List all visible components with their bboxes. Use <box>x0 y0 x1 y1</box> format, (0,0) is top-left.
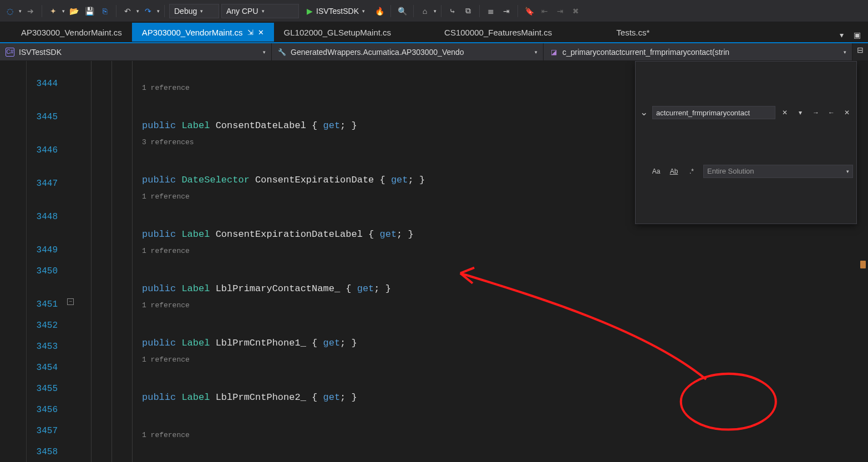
project-combo[interactable]: C# ISVTestSDK ▾ <box>0 43 272 60</box>
scrollbar-marker[interactable] <box>860 261 866 268</box>
outdent-icon[interactable]: ⇥ <box>500 4 513 18</box>
close-icon[interactable]: ✕ <box>258 28 264 37</box>
find-options-caret[interactable]: ▾ <box>794 106 806 119</box>
find-close-icon[interactable]: ✕ <box>779 106 791 119</box>
find-panel: ⌄ ✕ ▾ → ← ✕ Aa Ab .* Entire Solution ▾ <box>635 61 857 224</box>
document-tab[interactable]: CS100000_FeaturesMaint.cs <box>434 23 562 42</box>
code-area[interactable]: 1 reference public Label ConsentDateLabe… <box>142 61 868 462</box>
find-panel-close-icon[interactable]: ✕ <box>841 106 853 119</box>
next-bookmark-icon[interactable]: ⇥ <box>554 4 567 18</box>
undo-icon[interactable]: ↶ <box>121 4 134 18</box>
class-icon: 🔧 <box>277 48 286 57</box>
codelens[interactable]: 1 reference <box>142 299 868 312</box>
start-label: ISVTestSDK <box>316 7 359 16</box>
tab-label: AP303000_VendorMaint.cs <box>21 28 122 37</box>
line-number: 3446 <box>27 140 58 161</box>
line-number-gutter: 3444 3445 3446 3447 3448 3449 3450 3451 … <box>27 61 65 462</box>
document-tab-strip: AP303000_VendorMaint.cs AP303000_VendorM… <box>0 22 868 42</box>
type-name: GeneratedWrappers.Acumatica.AP303000_Ven… <box>291 48 464 57</box>
redo-icon[interactable]: ↷ <box>141 4 155 18</box>
line-number: 3447 <box>27 173 58 194</box>
expand-replace-toggle[interactable]: ⌄ <box>639 102 649 123</box>
config-value: Debug <box>174 7 197 16</box>
codelens[interactable]: 1 reference <box>142 429 868 441</box>
tab-label: Tests.cs* <box>616 28 649 37</box>
platform-combo[interactable]: Any CPU ▾ <box>221 4 299 18</box>
find-input[interactable] <box>652 106 775 119</box>
chevron-down-icon: ▾ <box>846 161 849 182</box>
new-item-caret[interactable]: ▾ <box>62 8 65 14</box>
outlining-margin[interactable]: − <box>65 61 81 462</box>
hot-reload-icon[interactable]: 🔥 <box>373 4 386 18</box>
nav-back-button[interactable]: ◌ <box>3 4 17 18</box>
codelens[interactable]: 1 reference <box>142 354 868 366</box>
separator <box>479 5 480 17</box>
regex-icon[interactable]: .* <box>686 165 698 177</box>
find-in-files-icon[interactable]: 🔍 <box>395 4 409 18</box>
separator <box>116 5 116 17</box>
line-number: 3453 <box>27 336 58 357</box>
line-number: 3444 <box>27 73 58 94</box>
tab-label: AP303000_VendorMaint.cs <box>142 28 243 37</box>
line-number: 3455 <box>27 378 58 399</box>
separator <box>441 5 441 17</box>
document-tab-active[interactable]: AP303000_VendorMaint.cs ⇲ ✕ <box>132 23 274 42</box>
separator <box>42 5 42 17</box>
whole-word-icon[interactable]: Ab <box>668 165 680 177</box>
browser-link-icon[interactable]: ⌂ <box>418 4 432 18</box>
undo-caret[interactable]: ▾ <box>136 8 139 14</box>
document-tab[interactable]: Tests.cs* <box>606 23 659 42</box>
open-icon[interactable]: 📂 <box>67 4 80 18</box>
browser-link-caret[interactable]: ▾ <box>434 8 436 14</box>
pin-icon[interactable]: ⇲ <box>247 28 253 37</box>
chevron-down-icon: ▾ <box>844 49 846 55</box>
find-next-icon[interactable]: → <box>810 106 822 119</box>
step-icon[interactable]: ⤷ <box>446 4 459 18</box>
start-debug-button[interactable]: ▶ ISVTestSDK ▾ <box>301 4 370 18</box>
project-name: ISVTestSDK <box>19 48 62 57</box>
code-editor[interactable]: 3444 3445 3446 3447 3448 3449 3450 3451 … <box>0 61 868 462</box>
fold-toggle-icon[interactable]: − <box>67 298 74 305</box>
find-scope-label: Entire Solution <box>707 161 754 182</box>
find-prev-icon[interactable]: ← <box>825 106 837 119</box>
method-icon: ◪ <box>549 48 558 57</box>
csharp-icon: C# <box>6 48 14 57</box>
prev-bookmark-icon[interactable]: ⇤ <box>538 4 551 18</box>
config-combo[interactable]: Debug ▾ <box>169 4 219 18</box>
tab-label: GL102000_GLSetupMaint.cs <box>284 28 391 37</box>
separator <box>413 5 414 17</box>
split-editor-icon[interactable]: ⊟ <box>852 43 868 57</box>
nav-forward-button[interactable]: ➔ <box>24 4 37 18</box>
line-number: 3454 <box>27 357 58 378</box>
redo-caret[interactable]: ▾ <box>157 8 160 14</box>
navigation-bar: C# ISVTestSDK ▾ 🔧 GeneratedWrappers.Acum… <box>0 43 868 61</box>
tab-overflow-icon[interactable]: ▾ <box>835 28 848 42</box>
separator <box>164 5 165 17</box>
match-case-icon[interactable]: Aa <box>650 165 662 177</box>
type-combo[interactable]: 🔧 GeneratedWrappers.Acumatica.AP303000_V… <box>272 43 544 60</box>
indent-icon[interactable]: ≣ <box>484 4 498 18</box>
line-number: 3452 <box>27 315 58 336</box>
line-number: 3451 <box>27 294 58 315</box>
save-all-icon[interactable]: ⎘ <box>98 4 111 18</box>
main-toolbar: ◌ ▾ ➔ ✦ ▾ 📂 💾 ⎘ ↶ ▾ ↷ ▾ Debug ▾ Any CPU … <box>0 0 868 22</box>
new-item-icon[interactable]: ✦ <box>47 4 60 18</box>
separator <box>517 5 518 17</box>
tab-label: CS100000_FeaturesMaint.cs <box>444 28 552 37</box>
indent-guides <box>81 61 142 462</box>
platform-value: Any CPU <box>226 7 258 16</box>
document-tab[interactable]: GL102000_GLSetupMaint.cs <box>274 23 401 42</box>
document-tab[interactable]: AP303000_VendorMaint.cs <box>11 23 132 42</box>
codelens[interactable]: 1 reference <box>142 245 868 257</box>
save-icon[interactable]: 💾 <box>83 4 96 18</box>
chevron-down-icon: ▾ <box>262 8 265 14</box>
bookmark-icon[interactable]: 🔖 <box>522 4 536 18</box>
nav-back-caret[interactable]: ▾ <box>19 8 22 14</box>
clear-bookmarks-icon[interactable]: ✖ <box>569 4 582 18</box>
line-number: 3450 <box>27 261 58 282</box>
layout-icon[interactable]: ⧉ <box>461 4 475 18</box>
breakpoint-margin[interactable] <box>0 61 27 462</box>
find-scope-combo[interactable]: Entire Solution ▾ <box>703 165 853 178</box>
tab-dock-icon[interactable]: ▣ <box>850 28 864 42</box>
member-combo[interactable]: ◪ c_primarycontactcurrent_frmprimarycont… <box>544 43 852 60</box>
